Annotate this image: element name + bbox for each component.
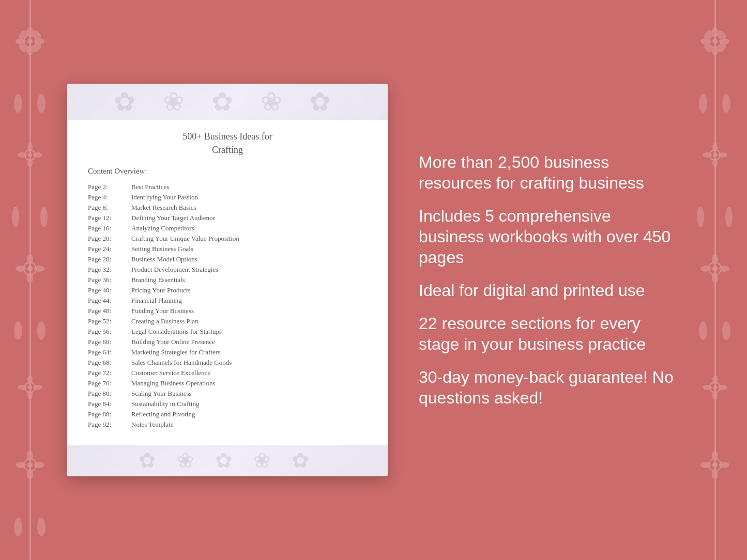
feature-text-item: Ideal for digital and printed use <box>419 280 680 301</box>
document-header-decoration: ✿ ❀ ✿ ❀ ✿ <box>67 84 388 120</box>
doc-floral-top-icon: ✿ ❀ ✿ ❀ ✿ <box>67 84 388 120</box>
toc-page-number: Page 84: <box>88 400 129 408</box>
main-content: ✿ ❀ ✿ ❀ ✿ 500+ Business Ideas for Crafti… <box>0 0 747 560</box>
document-title-line2: Crafting <box>212 145 243 155</box>
toc-page-title: Setting Business Goals <box>131 245 193 253</box>
toc-page-number: Page 72: <box>88 369 129 377</box>
toc-item: Page 92:Notes Template <box>88 419 367 430</box>
feature-text-item: 30-day money-back guarantee! No question… <box>419 367 680 408</box>
document-body: 500+ Business Ideas for Crafting Content… <box>67 120 388 445</box>
toc-page-number: Page 56: <box>88 328 129 336</box>
content-overview-label: Content Overview: <box>88 167 367 176</box>
toc-item: Page 20:Crafting Your Unique Value Propo… <box>88 234 367 244</box>
toc-item: Page 60:Building Your Online Presence <box>88 337 367 347</box>
toc-page-title: Managing Business Operations <box>131 379 215 387</box>
toc-page-number: Page 48: <box>88 307 129 315</box>
toc-page-title: Market Research Basics <box>131 204 196 212</box>
toc-item: Page 76:Managing Business Operations <box>88 378 367 388</box>
document-title-line1: 500+ Business Ideas for <box>182 131 272 142</box>
toc-item: Page 48:Funding Your Business <box>88 306 367 316</box>
toc-page-number: Page 2: <box>88 183 129 191</box>
toc-page-title: Legal Considerations for Startups <box>131 328 222 336</box>
toc-item: Page 24:Setting Business Goals <box>88 244 367 254</box>
toc-item: Page 68:Sales Channels for Handmade Good… <box>88 357 367 368</box>
toc-page-number: Page 4: <box>88 193 129 201</box>
table-of-contents: Page 2:Best PracticesPage 4:Identifying … <box>88 182 367 430</box>
toc-page-number: Page 40: <box>88 286 129 294</box>
toc-page-title: Scaling Your Business <box>131 390 192 398</box>
toc-item: Page 72:Customer Service Excellence <box>88 368 367 378</box>
toc-page-title: Sustainability in Crafting <box>131 400 199 408</box>
toc-item: Page 64:Marketing Strategies for Crafter… <box>88 347 367 357</box>
toc-page-title: Identifying Your Passion <box>131 193 198 201</box>
toc-page-number: Page 80: <box>88 390 129 398</box>
toc-page-title: Marketing Strategies for Crafters <box>131 348 220 356</box>
toc-page-number: Page 64: <box>88 348 129 356</box>
feature-text-item: Includes 5 comprehensive business workbo… <box>419 206 680 268</box>
toc-page-title: Reflecting and Pivoting <box>131 410 195 418</box>
toc-item: Page 36:Branding Essentials <box>88 275 367 285</box>
toc-item: Page 4:Identifying Your Passion <box>88 192 367 203</box>
toc-page-title: Notes Template <box>131 421 174 429</box>
doc-floral-bottom-icon: ✿ ❀ ✿ ❀ ✿ <box>67 445 388 476</box>
feature-text-item: More than 2,500 business resources for c… <box>419 152 680 193</box>
toc-page-title: Sales Channels for Handmade Goods <box>131 359 232 367</box>
toc-page-number: Page 68: <box>88 359 129 367</box>
toc-page-title: Product Development Strategies <box>131 266 218 274</box>
toc-page-number: Page 60: <box>88 338 129 346</box>
toc-page-title: Analyzing Competitors <box>131 224 194 232</box>
toc-page-title: Customer Service Excellence <box>131 369 210 377</box>
toc-page-number: Page 44: <box>88 297 129 305</box>
toc-item: Page 8:Market Research Basics <box>88 203 367 213</box>
document-title: 500+ Business Ideas for Crafting <box>88 130 367 156</box>
toc-item: Page 44:Financial Planning <box>88 295 367 306</box>
toc-page-number: Page 16: <box>88 224 129 232</box>
toc-page-number: Page 76: <box>88 379 129 387</box>
toc-page-title: Defining Your Target Audience <box>131 214 216 222</box>
toc-page-title: Pricing Your Products <box>131 286 191 294</box>
toc-item: Page 2:Best Practices <box>88 182 367 192</box>
toc-page-title: Funding Your Business <box>131 307 194 315</box>
toc-item: Page 84:Sustainability in Crafting <box>88 399 367 409</box>
toc-item: Page 56:Legal Considerations for Startup… <box>88 326 367 337</box>
toc-page-number: Page 52: <box>88 317 129 325</box>
toc-page-number: Page 88: <box>88 410 129 418</box>
toc-item: Page 88:Reflecting and Pivoting <box>88 409 367 419</box>
toc-item: Page 32:Product Development Strategies <box>88 265 367 275</box>
toc-item: Page 16:Analyzing Competitors <box>88 223 367 234</box>
toc-item: Page 40:Pricing Your Products <box>88 285 367 295</box>
features-panel: More than 2,500 business resources for c… <box>419 152 680 408</box>
toc-page-number: Page 32: <box>88 266 129 274</box>
toc-page-title: Best Practices <box>131 183 169 191</box>
toc-page-title: Building Your Online Presence <box>131 338 215 346</box>
toc-page-title: Crafting Your Unique Value Proposition <box>131 235 239 243</box>
toc-page-number: Page 12: <box>88 214 129 222</box>
document-mockup: ✿ ❀ ✿ ❀ ✿ 500+ Business Ideas for Crafti… <box>67 84 388 476</box>
toc-page-number: Page 28: <box>88 255 129 263</box>
toc-item: Page 12:Defining Your Target Audience <box>88 213 367 223</box>
toc-page-title: Financial Planning <box>131 297 182 305</box>
toc-item: Page 28:Business Model Options <box>88 254 367 265</box>
toc-item: Page 52:Creating a Business Plan <box>88 316 367 326</box>
document-footer-decoration: ✿ ❀ ✿ ❀ ✿ <box>67 445 388 476</box>
toc-item: Page 80:Scaling Your Business <box>88 388 367 399</box>
toc-page-title: Branding Essentials <box>131 276 185 284</box>
toc-page-number: Page 36: <box>88 276 129 284</box>
toc-page-title: Business Model Options <box>131 255 197 263</box>
toc-page-number: Page 24: <box>88 245 129 253</box>
feature-text-item: 22 resource sections for every stage in … <box>419 313 680 354</box>
toc-page-number: Page 20: <box>88 235 129 243</box>
toc-page-title: Creating a Business Plan <box>131 317 199 325</box>
toc-page-number: Page 8: <box>88 204 129 212</box>
toc-page-number: Page 92: <box>88 421 129 429</box>
